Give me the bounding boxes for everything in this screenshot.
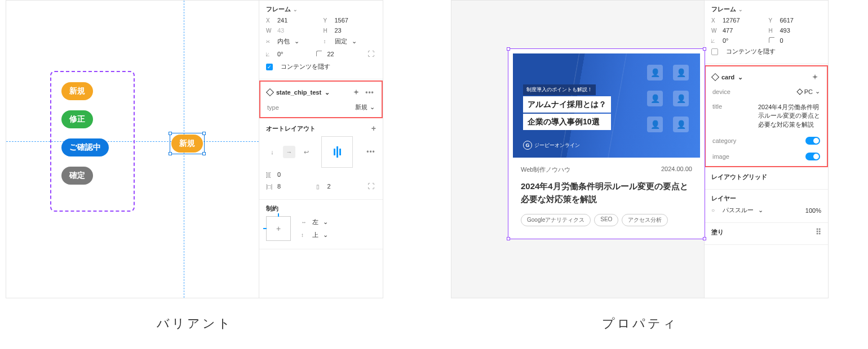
component-name[interactable]: state_chip_test: [276, 89, 321, 96]
checkbox-checked-icon: ✓: [266, 64, 273, 70]
opacity-value[interactable]: 100%: [805, 207, 821, 214]
chip-confirm[interactable]: ご確認中: [61, 138, 109, 156]
caption-property: プロパティ: [602, 315, 678, 332]
alignment-box[interactable]: [321, 136, 353, 168]
direction-horizontal-icon[interactable]: →: [283, 146, 295, 158]
field-corner[interactable]: 0: [769, 37, 822, 44]
autolayout-header[interactable]: オートレイアウト+: [266, 124, 376, 133]
image-badge: 制度導入のポイントも解説！: [523, 84, 596, 95]
field-pad-v[interactable]: ▯2: [316, 183, 362, 190]
field-w[interactable]: W43: [266, 27, 319, 34]
card-image: 👤👤👤👤👤👤 制度導入のポイントも解説！ アルムナイ採用とは？ 企業の導入事例1…: [513, 53, 700, 158]
canvas-variant[interactable]: 新規 修正 ご確認中 確定 新規: [6, 1, 259, 298]
add-autolayout-icon[interactable]: +: [371, 124, 376, 133]
variant-frame[interactable]: 新規 修正 ご確認中 確定: [50, 71, 135, 212]
prop-category[interactable]: category: [706, 135, 827, 150]
prop-title[interactable]: title 2024年4月労働条件明示ルール変更の要点と必要な対応策を解説: [706, 101, 827, 135]
checkbox-unchecked-icon: [711, 48, 718, 55]
image-logo: Gジーピーオンライン: [523, 141, 580, 150]
card-tag[interactable]: SEO: [594, 214, 618, 226]
inspector-right: フレーム⌄ X12767 Y6617 W477 H493 ⟀0° 0: [704, 1, 828, 298]
field-rotate[interactable]: ⟀0°: [266, 51, 312, 57]
field-vresize[interactable]: ↕固定⌄: [324, 37, 377, 46]
component-name[interactable]: card: [721, 74, 734, 80]
autolayout-more-icon[interactable]: •••: [366, 147, 376, 157]
fill-styles-icon[interactable]: ⠿: [816, 227, 821, 236]
card-date: 2024.00.00: [661, 165, 692, 174]
clip-content-checkbox[interactable]: コンテンツを隠す: [711, 47, 821, 56]
card-tag[interactable]: アクセス分析: [622, 214, 668, 226]
constraints-header: 制約: [266, 204, 376, 213]
layer-header[interactable]: レイヤー: [711, 194, 821, 203]
prop-image[interactable]: image: [706, 150, 827, 166]
swap-instance-icon[interactable]: ✦: [351, 87, 361, 97]
chip-new[interactable]: 新規: [61, 82, 93, 100]
constraint-widget[interactable]: +: [266, 216, 291, 241]
selected-card-frame[interactable]: 👤👤👤👤👤👤 制度導入のポイントも解説！ アルムナイ採用とは？ 企業の導入事例1…: [508, 48, 705, 239]
toggle-on-icon[interactable]: [805, 137, 820, 145]
selected-chip: 新規: [171, 135, 203, 153]
frame-section-header[interactable]: フレーム⌄: [266, 5, 376, 14]
card-title: 2024年4月労働条件明示ルール変更の要点と必要な対応策を解説: [521, 180, 692, 206]
field-w[interactable]: W477: [711, 27, 764, 34]
component-icon: [711, 73, 719, 81]
field-y[interactable]: Y6617: [769, 17, 822, 24]
component-icon: [266, 88, 274, 96]
prop-device[interactable]: device PC⌄: [706, 86, 827, 101]
direction-wrap-icon[interactable]: ↩: [300, 146, 312, 158]
inspector-left: フレーム⌄ X241 Y1567 W43 H23 ›‹内包⌄ ↕固定⌄ ⟀0°: [259, 1, 383, 298]
more-icon[interactable]: •••: [365, 87, 375, 97]
field-h[interactable]: H493: [769, 27, 822, 34]
constraint-v[interactable]: ↕上⌄: [301, 231, 328, 239]
chip-fix[interactable]: 修正: [61, 110, 93, 128]
highlighted-component-section: card ⌄ ✦ device PC⌄ title 2024年4月労働条件明示ル…: [705, 65, 828, 167]
field-x[interactable]: X241: [266, 17, 319, 24]
variant-prop-type[interactable]: type 新規⌄: [260, 101, 382, 117]
decorative-user-icons: 👤👤👤👤👤👤: [647, 65, 689, 132]
field-y[interactable]: Y1567: [324, 17, 377, 24]
frame-section-header[interactable]: フレーム⌄: [711, 5, 821, 14]
caption-variant: バリアント: [157, 315, 233, 332]
swap-instance-icon[interactable]: ✦: [810, 72, 820, 82]
layoutgrid-header[interactable]: レイアウトグリッド: [711, 173, 821, 181]
image-headline-2: 企業の導入事例10選: [523, 114, 611, 130]
direction-vertical-icon[interactable]: ↓: [266, 146, 278, 158]
nested-instance-icon: [796, 88, 803, 95]
independent-padding-icon[interactable]: ⛶: [366, 181, 376, 191]
field-pad-h[interactable]: |□|8: [266, 183, 312, 190]
field-rotate[interactable]: ⟀0°: [711, 37, 764, 44]
card-category: Web制作ノウハウ: [521, 165, 570, 174]
field-gap[interactable]: ]|[0: [266, 171, 376, 178]
chip-done[interactable]: 確定: [61, 167, 93, 185]
corner-radius-icon: [769, 37, 774, 43]
right-panel: 👤👤👤👤👤👤 制度導入のポイントも解説！ アルムナイ採用とは？ 企業の導入事例1…: [451, 0, 829, 298]
toggle-on-icon[interactable]: [805, 153, 820, 160]
constraint-h[interactable]: ↔左⌄: [301, 218, 328, 226]
image-headline-1: アルムナイ採用とは？: [523, 96, 611, 113]
field-hresize[interactable]: ›‹内包⌄: [266, 37, 319, 46]
highlighted-component-section: state_chip_test ⌄ ✦ ••• type 新規⌄: [259, 80, 383, 118]
clip-content-checkbox[interactable]: ✓ コンテンツを隠す: [266, 62, 376, 71]
independent-corners-icon[interactable]: ⛶: [366, 49, 376, 59]
field-h[interactable]: H23: [324, 27, 377, 34]
left-panel: 新規 修正 ご確認中 確定 新規 フレーム⌄ X241: [6, 0, 383, 298]
field-x[interactable]: X12767: [711, 17, 764, 24]
field-corner[interactable]: 22: [316, 51, 362, 57]
corner-radius-icon: [316, 51, 322, 56]
blend-mode[interactable]: ○パススルー⌄: [711, 206, 801, 214]
fill-header[interactable]: 塗り⠿: [711, 227, 821, 236]
selected-instance[interactable]: 新規: [170, 133, 205, 154]
card-tag[interactable]: Googleアナリティクス: [521, 214, 591, 226]
canvas-card[interactable]: 👤👤👤👤👤👤 制度導入のポイントも解説！ アルムナイ採用とは？ 企業の導入事例1…: [451, 1, 704, 298]
